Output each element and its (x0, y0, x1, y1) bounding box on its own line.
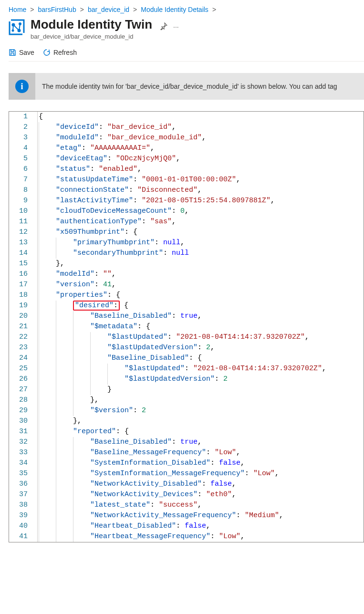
info-icon-box: i (9, 73, 35, 100)
more-icon[interactable]: ··· (173, 23, 179, 31)
save-label: Save (19, 49, 34, 56)
breadcrumb-sep: > (133, 6, 137, 13)
info-text: The module identity twin for 'bar_device… (35, 83, 344, 90)
refresh-label: Refresh (53, 49, 77, 56)
info-bar: i The module identity twin for 'bar_devi… (9, 73, 364, 100)
info-icon: i (15, 80, 29, 93)
breadcrumb-home[interactable]: Home (9, 6, 26, 13)
pin-icon[interactable] (160, 22, 167, 31)
svg-rect-0 (10, 21, 23, 34)
page-subtitle: bar_device_id/bar_device_module_id (31, 33, 179, 40)
divider (9, 61, 364, 62)
save-button[interactable]: Save (9, 49, 34, 56)
svg-line-5 (13, 25, 19, 31)
refresh-icon (43, 49, 51, 56)
save-icon (9, 49, 16, 56)
breadcrumb-device[interactable]: bar_device_id (88, 6, 129, 13)
breadcrumb-hub[interactable]: barsFirstHub (38, 6, 76, 13)
page-title: Module Identity Twin (31, 17, 152, 32)
breadcrumb-sep: > (80, 6, 84, 13)
toolbar: Save Refresh (9, 49, 364, 56)
breadcrumb-sep: > (212, 6, 216, 13)
breadcrumb: Home>barsFirstHub>bar_device_id>Module I… (9, 6, 364, 13)
code-area[interactable]: {"deviceId": "bar_device_id","moduleId":… (38, 112, 326, 542)
line-gutter: 1234567891011121314151617181920212223242… (9, 112, 38, 542)
resource-icon (9, 19, 25, 35)
refresh-button[interactable]: Refresh (43, 49, 77, 56)
breadcrumb-module-details[interactable]: Module Identity Details (141, 6, 208, 13)
svg-line-7 (13, 25, 13, 31)
json-editor[interactable]: 1234567891011121314151617181920212223242… (9, 111, 364, 542)
breadcrumb-sep: > (30, 6, 34, 13)
